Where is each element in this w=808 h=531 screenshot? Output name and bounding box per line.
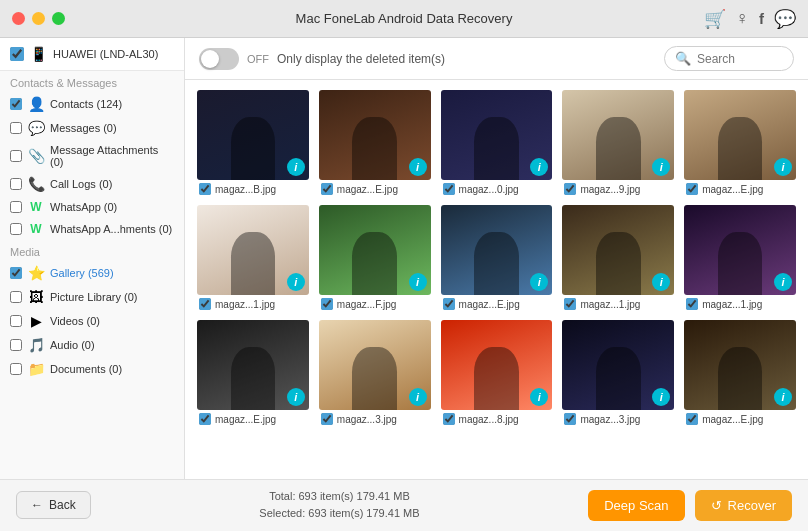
grid-item[interactable]: i magaz...0.jpg	[441, 90, 553, 195]
app-title: Mac FoneLab Android Data Recovery	[296, 11, 513, 26]
item-checkbox[interactable]	[443, 298, 455, 310]
grid-item[interactable]: i magaz...E.jpg	[684, 320, 796, 425]
item-checkbox[interactable]	[443, 413, 455, 425]
item-filename: magaz...0.jpg	[459, 184, 519, 195]
item-checkbox[interactable]	[564, 183, 576, 195]
image-wrapper: i	[319, 205, 431, 295]
info-badge[interactable]: i	[287, 273, 305, 291]
image-wrapper: i	[319, 90, 431, 180]
sidebar-item-gallery[interactable]: ⭐ Gallery (569)	[0, 261, 184, 285]
item-checkbox[interactable]	[199, 183, 211, 195]
person-shape	[352, 347, 397, 410]
whatsapp-attach-checkbox[interactable]	[10, 223, 22, 235]
attachments-checkbox[interactable]	[10, 150, 22, 162]
person-shape	[474, 232, 519, 295]
grid-item[interactable]: i magaz...E.jpg	[319, 90, 431, 195]
info-badge[interactable]: i	[409, 158, 427, 176]
main-layout: 📱 HUAWEI (LND-AL30) Contacts & Messages …	[0, 38, 808, 479]
picture-library-icon: 🖼	[28, 289, 44, 305]
messages-checkbox[interactable]	[10, 122, 22, 134]
grid-item[interactable]: i magaz...3.jpg	[319, 320, 431, 425]
grid-item[interactable]: i magaz...F.jpg	[319, 205, 431, 310]
grid-item[interactable]: i magaz...3.jpg	[562, 320, 674, 425]
cart-icon[interactable]: 🛒	[704, 8, 726, 30]
item-check-row: magaz...E.jpg	[319, 183, 431, 195]
grid-item[interactable]: i magaz...B.jpg	[197, 90, 309, 195]
picture-library-label: Picture Library (0)	[50, 291, 137, 303]
info-badge[interactable]: i	[409, 388, 427, 406]
total-count: Total: 693 item(s) 179.41 MB	[259, 488, 419, 506]
info-badge[interactable]: i	[774, 273, 792, 291]
image-wrapper: i	[684, 90, 796, 180]
whatsapp-checkbox[interactable]	[10, 201, 22, 213]
videos-checkbox[interactable]	[10, 315, 22, 327]
close-button[interactable]	[12, 12, 25, 25]
sidebar-item-contacts[interactable]: 👤 Contacts (124)	[0, 92, 184, 116]
grid-item[interactable]: i magaz...8.jpg	[441, 320, 553, 425]
calllogs-checkbox[interactable]	[10, 178, 22, 190]
sidebar-item-audio[interactable]: 🎵 Audio (0)	[0, 333, 184, 357]
item-checkbox[interactable]	[686, 183, 698, 195]
sidebar-item-calllogs[interactable]: 📞 Call Logs (0)	[0, 172, 184, 196]
toggle-switch[interactable]	[199, 48, 239, 70]
maximize-button[interactable]	[52, 12, 65, 25]
profile-icon[interactable]: ♀	[736, 8, 750, 29]
item-checkbox[interactable]	[686, 298, 698, 310]
grid-item[interactable]: i magaz...E.jpg	[197, 320, 309, 425]
sidebar-item-picture-library[interactable]: 🖼 Picture Library (0)	[0, 285, 184, 309]
contacts-checkbox[interactable]	[10, 98, 22, 110]
item-checkbox[interactable]	[321, 413, 333, 425]
chat-icon[interactable]: 💬	[774, 8, 796, 30]
gallery-checkbox[interactable]	[10, 267, 22, 279]
sidebar-item-messages[interactable]: 💬 Messages (0)	[0, 116, 184, 140]
item-checkbox[interactable]	[199, 413, 211, 425]
sidebar-item-documents[interactable]: 📁 Documents (0)	[0, 357, 184, 381]
info-badge[interactable]: i	[774, 388, 792, 406]
item-checkbox[interactable]	[443, 183, 455, 195]
device-row[interactable]: 📱 HUAWEI (LND-AL30)	[0, 38, 184, 71]
toggle-knob	[201, 50, 219, 68]
item-checkbox[interactable]	[321, 183, 333, 195]
grid-item[interactable]: i magaz...1.jpg	[684, 205, 796, 310]
device-icon: 📱	[30, 46, 47, 62]
minimize-button[interactable]	[32, 12, 45, 25]
info-badge[interactable]: i	[287, 158, 305, 176]
info-badge[interactable]: i	[287, 388, 305, 406]
calllogs-label: Call Logs (0)	[50, 178, 112, 190]
item-checkbox[interactable]	[321, 298, 333, 310]
footer-info: Total: 693 item(s) 179.41 MB Selected: 6…	[259, 488, 419, 523]
deep-scan-button[interactable]: Deep Scan	[588, 490, 684, 521]
picture-library-checkbox[interactable]	[10, 291, 22, 303]
calllogs-icon: 📞	[28, 176, 44, 192]
gallery-icon: ⭐	[28, 265, 44, 281]
grid-item[interactable]: i magaz...E.jpg	[441, 205, 553, 310]
back-button[interactable]: ← Back	[16, 491, 91, 519]
sidebar-item-attachments[interactable]: 📎 Message Attachments (0)	[0, 140, 184, 172]
search-input[interactable]	[697, 52, 783, 66]
grid-item[interactable]: i magaz...9.jpg	[562, 90, 674, 195]
item-check-row: magaz...3.jpg	[562, 413, 674, 425]
info-badge[interactable]: i	[774, 158, 792, 176]
messages-label: Messages (0)	[50, 122, 117, 134]
grid-item[interactable]: i magaz...E.jpg	[684, 90, 796, 195]
sidebar-item-whatsapp-attach[interactable]: W WhatsApp A...hments (0)	[0, 218, 184, 240]
videos-label: Videos (0)	[50, 315, 100, 327]
whatsapp-attach-label: WhatsApp A...hments (0)	[50, 223, 172, 235]
grid-item[interactable]: i magaz...1.jpg	[197, 205, 309, 310]
info-badge[interactable]: i	[409, 273, 427, 291]
documents-checkbox[interactable]	[10, 363, 22, 375]
sidebar-item-videos[interactable]: ▶ Videos (0)	[0, 309, 184, 333]
audio-checkbox[interactable]	[10, 339, 22, 351]
item-checkbox[interactable]	[564, 413, 576, 425]
item-checkbox[interactable]	[686, 413, 698, 425]
device-checkbox[interactable]	[10, 47, 24, 61]
item-checkbox[interactable]	[199, 298, 211, 310]
recover-button[interactable]: ↺ Recover	[695, 490, 792, 521]
search-box[interactable]: 🔍	[664, 46, 794, 71]
item-checkbox[interactable]	[564, 298, 576, 310]
item-check-row: magaz...E.jpg	[197, 413, 309, 425]
grid-item[interactable]: i magaz...1.jpg	[562, 205, 674, 310]
facebook-icon[interactable]: f	[759, 10, 764, 27]
item-filename: magaz...3.jpg	[337, 414, 397, 425]
sidebar-item-whatsapp[interactable]: W WhatsApp (0)	[0, 196, 184, 218]
